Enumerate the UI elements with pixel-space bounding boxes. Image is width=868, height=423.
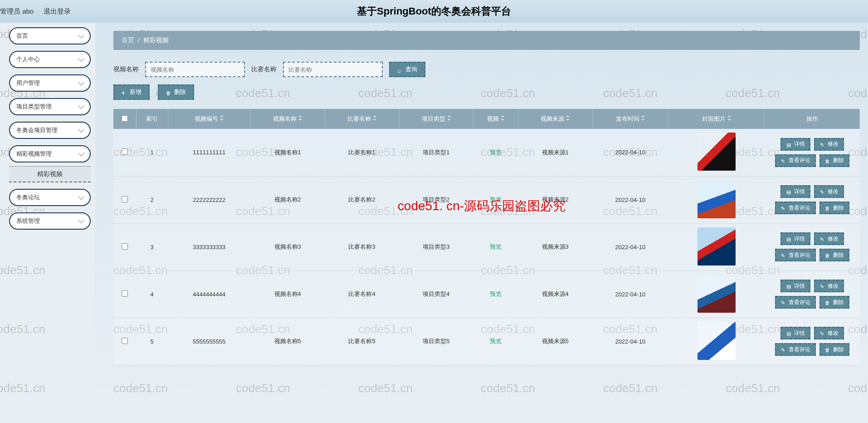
preview-link[interactable]: 预览 (490, 196, 502, 203)
cover-thumbnail[interactable] (697, 275, 736, 313)
cell: 1111111111 (168, 129, 250, 176)
comments-button[interactable]: 查看评论 (775, 343, 816, 356)
sidebar: 首页个人中心用户管理项目类型管理冬奥会项目管理精彩视频管理精彩视频冬奥论坛系统管… (0, 23, 95, 423)
table-row: 11111111111视频名称1比赛名称1项目类型1预览视频来源12022-04… (113, 129, 860, 176)
select-all-checkbox[interactable] (122, 115, 128, 122)
cover-thumbnail[interactable] (697, 180, 736, 218)
row-delete-button[interactable]: 删除 (819, 343, 849, 356)
row-checkbox[interactable] (122, 243, 128, 250)
chevron-down-icon (78, 32, 84, 38)
row-checkbox[interactable] (122, 290, 128, 297)
cell (668, 176, 765, 223)
row-delete-button[interactable]: 删除 (819, 202, 849, 214)
cell: 视频来源1 (518, 129, 592, 176)
cell: 详情修改查看评论删除 (765, 176, 860, 223)
pen-icon (819, 236, 825, 241)
sort-icon (298, 115, 302, 121)
cell: 视频名称3 (250, 223, 325, 271)
row-checkbox[interactable] (122, 338, 128, 344)
comments-button[interactable]: 查看评论 (775, 202, 816, 214)
col-header-9[interactable]: 封面图片 (668, 109, 765, 129)
trash-icon (166, 89, 171, 95)
add-button[interactable]: 新增 (113, 84, 150, 100)
comments-button[interactable]: 查看评论 (775, 249, 816, 261)
cell: 比赛名称1 (325, 129, 399, 176)
col-header-3[interactable]: 视频名称 (250, 109, 325, 129)
row-checkbox[interactable] (122, 196, 128, 202)
cell: 详情修改查看评论删除 (765, 318, 860, 365)
sidebar-item-1[interactable]: 个人中心 (9, 51, 91, 68)
cell (668, 129, 765, 176)
comments-button[interactable]: 查看评论 (775, 154, 816, 167)
delete-button[interactable]: 删除 (158, 84, 194, 100)
col-header-4[interactable]: 比赛名称 (325, 109, 399, 129)
video-table: 索引视频编号视频名称比赛名称项目类型视频视频来源发布时间封面图片操作 11111… (113, 109, 860, 365)
search-button[interactable]: 查询 (389, 62, 425, 77)
cell: 视频来源5 (518, 318, 592, 365)
search-icon (397, 67, 403, 72)
sidebar-item-6[interactable]: 冬奥论坛 (9, 189, 91, 206)
edit-button[interactable]: 修改 (814, 280, 844, 292)
cell: 比赛名称4 (325, 271, 399, 318)
detail-button[interactable]: 详情 (780, 232, 810, 245)
cell: 项目类型5 (399, 318, 473, 365)
cell: 视频来源2 (518, 176, 592, 223)
chevron-down-icon (78, 55, 84, 62)
sidebar-item-7[interactable]: 系统管理 (9, 212, 91, 230)
row-delete-button[interactable]: 删除 (819, 154, 849, 167)
sort-icon (641, 115, 645, 121)
row-checkbox[interactable] (122, 148, 128, 155)
detail-button[interactable]: 详情 (780, 327, 810, 339)
cell: 详情修改查看评论删除 (765, 223, 860, 271)
edit-button[interactable]: 修改 (814, 232, 844, 245)
search-input-video[interactable] (145, 62, 245, 77)
preview-link[interactable]: 预览 (490, 338, 502, 344)
sidebar-item-3[interactable]: 项目类型管理 (9, 98, 91, 115)
breadcrumb-home[interactable]: 首页 (122, 36, 134, 44)
cell (113, 271, 136, 318)
doc-icon (786, 142, 791, 147)
sidebar-item-2[interactable]: 用户管理 (9, 74, 91, 92)
sidebar-item-4[interactable]: 冬奥会项目管理 (9, 122, 91, 139)
pen-icon (780, 158, 786, 163)
sidebar-item-label: 冬奥论坛 (16, 193, 40, 202)
row-delete-button[interactable]: 删除 (819, 249, 849, 261)
edit-button[interactable]: 修改 (814, 138, 844, 151)
preview-link[interactable]: 预览 (490, 243, 502, 250)
preview-link[interactable]: 预览 (490, 290, 502, 297)
sort-icon (373, 115, 376, 121)
admin-user-link[interactable]: 管理员 abo (0, 7, 34, 16)
detail-button[interactable]: 详情 (780, 138, 810, 151)
cell: 4444444444 (168, 271, 250, 318)
cover-thumbnail[interactable] (697, 227, 736, 266)
edit-button[interactable]: 修改 (814, 327, 844, 339)
col-header-2[interactable]: 视频编号 (168, 109, 250, 129)
cover-thumbnail[interactable] (697, 133, 736, 171)
cover-thumbnail[interactable] (697, 322, 736, 360)
cell: 预览 (473, 176, 518, 223)
cell (113, 318, 136, 365)
search-bar: 视频名称 比赛名称 查询 (113, 62, 860, 77)
comments-button[interactable]: 查看评论 (775, 296, 816, 309)
sidebar-item-label: 冬奥会项目管理 (16, 126, 58, 134)
table-container: 索引视频编号视频名称比赛名称项目类型视频视频来源发布时间封面图片操作 11111… (113, 109, 860, 423)
sidebar-subitem-active[interactable]: 精彩视频 (9, 166, 91, 182)
edit-button[interactable]: 修改 (814, 185, 844, 198)
pen-icon (780, 347, 786, 352)
sidebar-item-0[interactable]: 首页 (9, 27, 91, 44)
pen-icon (819, 283, 825, 289)
detail-button[interactable]: 详情 (780, 280, 810, 292)
cell: 视频名称1 (250, 129, 325, 176)
sidebar-item-5[interactable]: 精彩视频管理 (9, 145, 91, 162)
row-delete-button[interactable]: 删除 (819, 296, 849, 309)
col-header-8[interactable]: 发布时间 (592, 109, 668, 129)
doc-icon (786, 236, 791, 241)
cell: 预览 (473, 271, 518, 318)
preview-link[interactable]: 预览 (490, 149, 502, 156)
search-input-match[interactable] (283, 62, 383, 77)
logout-link[interactable]: 退出登录 (44, 7, 71, 16)
col-header-5[interactable]: 项目类型 (399, 109, 473, 129)
col-header-6[interactable]: 视频 (473, 109, 518, 129)
detail-button[interactable]: 详情 (780, 185, 810, 198)
col-header-7[interactable]: 视频来源 (518, 109, 592, 129)
